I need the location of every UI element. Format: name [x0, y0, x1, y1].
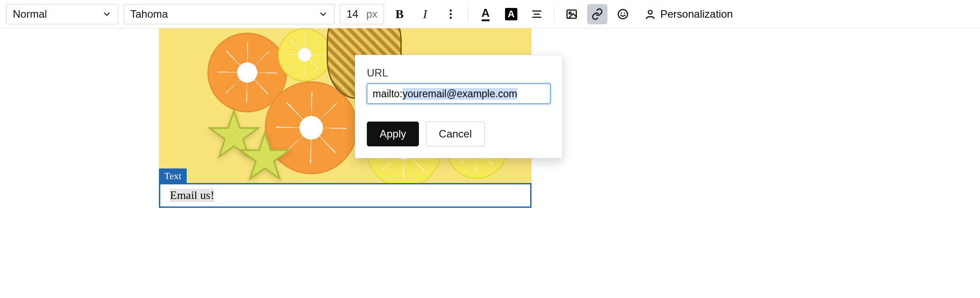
image-icon	[565, 8, 578, 20]
block-type-badge: Text	[159, 168, 187, 183]
kebab-icon	[445, 8, 457, 20]
text-block[interactable]: Text Email us!	[159, 183, 531, 208]
link-icon	[591, 8, 603, 20]
font-size-input[interactable]: 14 px	[340, 4, 384, 24]
text-color-button[interactable]: A	[475, 4, 496, 24]
svg-point-4	[569, 12, 571, 14]
emoji-button[interactable]	[613, 4, 633, 24]
separator	[554, 7, 554, 22]
paragraph-style-dropdown[interactable]: Normal	[6, 4, 118, 24]
italic-icon: I	[423, 7, 427, 21]
italic-button[interactable]: I	[415, 4, 435, 24]
highlight-color-icon: A	[505, 8, 517, 20]
svg-rect-3	[567, 10, 577, 18]
text-color-icon: A	[482, 7, 490, 21]
highlight-color-button[interactable]: A	[501, 4, 521, 24]
more-formatting-button[interactable]	[441, 4, 461, 24]
font-size-unit: px	[366, 8, 377, 20]
personalization-button[interactable]: Personalization	[638, 4, 739, 24]
svg-point-1	[450, 13, 452, 15]
chevron-down-icon	[102, 9, 112, 19]
align-button[interactable]	[527, 4, 547, 24]
smile-icon	[617, 8, 629, 20]
url-prefix-text: mailto:	[373, 88, 403, 100]
svg-point-7	[624, 12, 625, 14]
font-size-value: 14	[347, 8, 358, 20]
svg-point-6	[621, 12, 622, 14]
image-button[interactable]	[562, 4, 582, 24]
font-family-dropdown[interactable]: Tahoma	[124, 4, 335, 24]
svg-marker-10	[241, 133, 289, 179]
url-label: URL	[367, 67, 550, 79]
chevron-down-icon	[318, 9, 328, 19]
popover-actions: Apply Cancel	[367, 122, 550, 146]
editor-canvas: Text Email us! URL mailto:youremail@exam…	[0, 28, 980, 298]
link-popover: URL mailto:youremail@example.com Apply C…	[355, 55, 562, 158]
cancel-button[interactable]: Cancel	[426, 122, 485, 146]
url-input[interactable]: mailto:youremail@example.com	[367, 84, 550, 104]
link-button[interactable]	[587, 4, 607, 24]
apply-button[interactable]: Apply	[367, 122, 419, 146]
formatting-toolbar: Normal Tahoma 14 px B I A A	[0, 0, 980, 28]
bold-button[interactable]: B	[389, 4, 410, 24]
paragraph-style-value: Normal	[13, 8, 47, 20]
svg-point-0	[450, 9, 452, 11]
svg-point-5	[618, 9, 628, 19]
bold-icon: B	[396, 7, 404, 21]
text-block-content[interactable]: Email us!	[170, 189, 214, 202]
personalization-label: Personalization	[660, 8, 733, 20]
svg-point-8	[648, 10, 652, 14]
svg-point-2	[450, 16, 452, 19]
separator	[468, 7, 468, 22]
url-selected-text: youremail@example.com	[403, 88, 517, 100]
font-family-value: Tahoma	[130, 8, 168, 20]
user-icon	[645, 8, 656, 20]
align-center-icon	[531, 8, 543, 20]
